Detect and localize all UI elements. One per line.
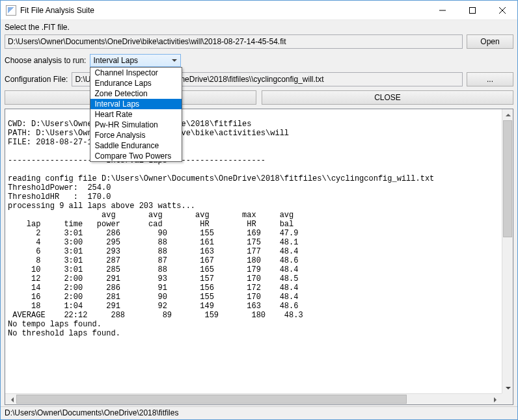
analysis-option[interactable]: Compare Two Powers <box>90 151 182 161</box>
vertical-scrollbar[interactable] <box>502 109 513 393</box>
close-button[interactable]: CLOSE <box>262 90 513 105</box>
browse-config-button[interactable]: ... <box>467 72 513 86</box>
titlebar: Fit File Analysis Suite <box>1 1 517 20</box>
analysis-dropdown-list[interactable]: Channel InspectorEndurance LapsZone Dete… <box>90 67 182 162</box>
client-area: Select the .FIT file. D:\Users\Owner\Doc… <box>1 20 517 406</box>
output-textarea[interactable]: CWD: D:\Users\Owner\Documents\OneDrive\2… <box>5 109 502 393</box>
fit-file-row: D:\Users\Owner\Documents\OneDrive\bike\a… <box>5 34 513 49</box>
minimize-button[interactable] <box>428 1 457 20</box>
chevron-down-icon <box>170 59 179 62</box>
choose-analysis-label: Choose analysis to run: <box>5 56 86 65</box>
action-buttons-row: LAUNCH CLOSE <box>5 90 513 105</box>
svg-rect-1 <box>470 7 476 13</box>
scroll-left-icon[interactable] <box>5 394 16 405</box>
maximize-button[interactable] <box>457 1 487 20</box>
scroll-right-icon[interactable] <box>491 394 502 405</box>
analysis-option[interactable]: Channel Inspector <box>90 68 182 78</box>
horizontal-scroll-thumb[interactable] <box>16 395 407 404</box>
vertical-scroll-thumb[interactable] <box>503 120 512 237</box>
fit-file-path-input[interactable]: D:\Users\Owner\Documents\OneDrive\bike\a… <box>5 34 463 49</box>
analysis-option[interactable]: Zone Detection <box>90 88 182 99</box>
horizontal-scrollbar[interactable] <box>5 393 513 404</box>
analysis-option[interactable]: Interval Laps <box>90 99 182 109</box>
analysis-option[interactable]: Saddle Endurance <box>90 140 182 151</box>
status-bar: D:\Users\Owner\Documents\OneDrive\2018\f… <box>1 406 517 419</box>
scroll-down-icon[interactable] <box>502 382 513 393</box>
analysis-option[interactable]: Force Analysis <box>90 130 182 140</box>
analysis-combobox[interactable]: Interval Laps <box>90 54 181 67</box>
output-panel: CWD: D:\Users\Owner\Documents\OneDrive\2… <box>5 109 513 405</box>
app-window: Fit File Analysis Suite Select the .FIT … <box>0 0 518 420</box>
app-icon <box>6 5 16 16</box>
select-file-label: Select the .FIT file. <box>5 23 513 32</box>
analysis-selected-value: Interval Laps <box>93 56 138 65</box>
scroll-up-icon[interactable] <box>502 109 513 120</box>
close-window-button[interactable] <box>487 1 517 20</box>
resize-grip[interactable] <box>502 393 513 404</box>
open-button[interactable]: Open <box>467 34 513 49</box>
config-row: Configuration File: D:\Users\Owner\Docum… <box>5 72 513 86</box>
analysis-option[interactable]: Endurance Laps <box>90 78 182 88</box>
window-title: Fit File Analysis Suite <box>20 6 428 15</box>
analysis-option[interactable]: Pw-HR Simulation <box>90 120 182 130</box>
analysis-option[interactable]: Heart Rate <box>90 109 182 120</box>
config-file-label: Configuration File: <box>5 75 68 84</box>
analysis-row: Choose analysis to run: Interval Laps <box>5 54 513 67</box>
window-controls <box>428 1 517 20</box>
